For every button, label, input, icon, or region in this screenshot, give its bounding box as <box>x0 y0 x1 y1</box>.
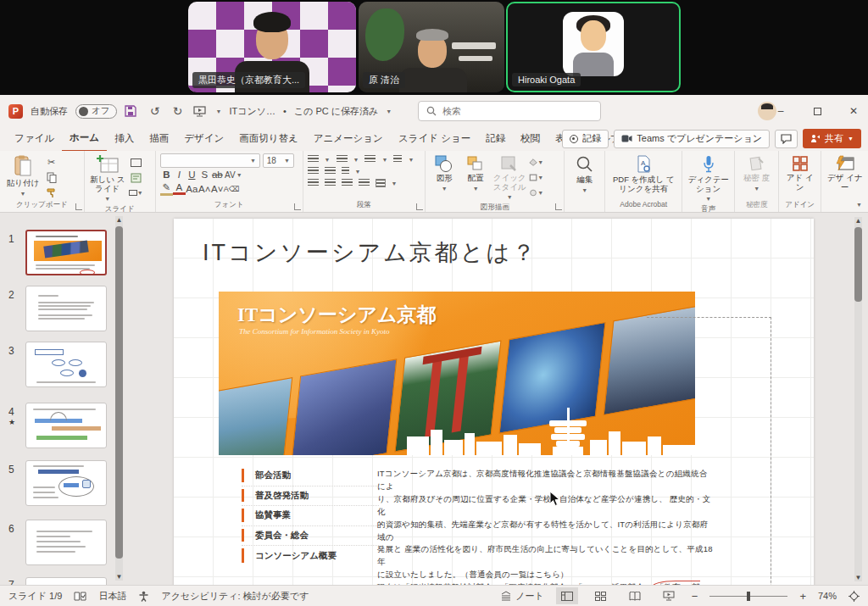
menu-item[interactable]: 部会活動 <box>242 466 379 486</box>
undo-icon[interactable]: ↺ <box>147 104 163 118</box>
restore-button[interactable] <box>803 95 832 127</box>
zoom-out-button[interactable]: − <box>692 590 698 603</box>
tab-slideshow[interactable]: スライド ショー <box>391 128 478 151</box>
slide-thumbnail-1[interactable] <box>25 230 107 275</box>
tab-review[interactable]: 校閲 <box>513 128 548 151</box>
teams-present-button[interactable]: Teams でプレゼンテーション <box>614 130 770 148</box>
doc-title-chevron-icon[interactable]: ▼ <box>386 108 392 114</box>
decrease-font-button[interactable]: A˅ <box>211 184 224 194</box>
slide-thumbnail-3[interactable] <box>25 342 107 387</box>
tab-animations[interactable]: アニメーション <box>306 128 391 151</box>
align-left-icon[interactable] <box>308 179 319 187</box>
paste-button[interactable]: 貼り付け▼ <box>4 153 42 198</box>
slide-canvas[interactable]: ITコンソーシアム京都とは？ ITコンソーシアム京都 The Consortiu… <box>174 219 814 585</box>
share-button[interactable]: 共有 ▼ <box>803 129 861 148</box>
tab-insert[interactable]: 挿入 <box>107 128 142 151</box>
slide-title[interactable]: ITコンソーシアム京都とは？ <box>203 237 537 268</box>
sensitivity-button[interactable]: 秘密 度▼ <box>739 153 774 193</box>
document-title[interactable]: ITコンソ… <box>229 105 275 118</box>
thumbnail-scrollbar[interactable]: ▲ ▼ <box>115 216 123 581</box>
tab-design[interactable]: デザイン <box>176 128 231 151</box>
autosave-toggle[interactable]: オフ <box>75 104 117 119</box>
convert-smartart-icon[interactable] <box>376 179 386 187</box>
accessibility-status[interactable]: アクセシビリティ: 検討が必要です <box>161 590 309 603</box>
slide-thumbnail-6[interactable] <box>25 520 107 565</box>
tab-draw[interactable]: 描画 <box>142 128 176 151</box>
paragraph-dialog-launcher[interactable] <box>416 203 423 210</box>
shape-effects-icon[interactable]: ▼ <box>529 186 543 199</box>
bullets-icon[interactable] <box>308 155 319 164</box>
font-name-select[interactable]: ▼ <box>160 153 260 168</box>
new-slide-button[interactable]: 新しい スライド▼ <box>89 153 126 204</box>
increase-font-button[interactable]: A˄ <box>198 184 211 194</box>
redo-icon[interactable]: ↻ <box>170 104 186 118</box>
slide-sorter-view-button[interactable] <box>590 587 612 604</box>
zoom-slider[interactable] <box>709 596 787 597</box>
copy-icon[interactable] <box>44 171 58 184</box>
strikethrough-button[interactable]: ab <box>211 170 224 180</box>
slide-thumbnail-5[interactable] <box>25 460 107 506</box>
character-spacing-button[interactable]: AV <box>224 170 236 180</box>
dictate-button[interactable]: ディクテー ション▼ <box>687 153 730 204</box>
cut-icon[interactable]: ✂ <box>44 156 58 169</box>
minimize-button[interactable]: – <box>766 95 795 127</box>
italic-button[interactable]: I <box>173 170 186 180</box>
highlight-color-button[interactable]: ✎ <box>160 181 173 196</box>
language-indicator[interactable]: 日本語 <box>98 590 126 603</box>
create-pdf-button[interactable]: A PDF を作成し てリンクを共有 <box>609 153 677 193</box>
quick-styles-button[interactable]: クイック スタイル▼ <box>492 153 526 203</box>
quick-access-chevron-icon[interactable]: ▼ <box>216 108 222 114</box>
font-dialog-launcher[interactable] <box>294 203 301 210</box>
slide-section-icon[interactable]: ▼ <box>129 186 143 199</box>
columns-icon[interactable] <box>342 167 349 175</box>
align-center-icon[interactable] <box>325 179 336 187</box>
editing-button[interactable]: 編集▼ <box>569 153 600 195</box>
search-input[interactable]: 検索 <box>418 101 601 121</box>
menu-item[interactable]: 協賛事業 <box>242 506 379 526</box>
fit-to-window-icon[interactable] <box>849 591 860 602</box>
save-icon[interactable] <box>125 105 140 117</box>
tab-home[interactable]: ホーム <box>62 127 107 152</box>
clipboard-dialog-launcher[interactable] <box>75 203 82 210</box>
increase-indent-icon[interactable] <box>325 167 336 175</box>
font-size-select[interactable]: 18▼ <box>263 153 294 168</box>
addins-button[interactable]: アド イン <box>783 153 816 192</box>
line-spacing-icon[interactable] <box>364 155 376 164</box>
zoom-level[interactable]: 74% <box>818 591 837 601</box>
reading-view-button[interactable] <box>624 587 646 604</box>
slide-body-text[interactable]: ITコンソーシアム京都は、京都高度情報化推進協議会と京都情報基盤協議会との組織統… <box>377 468 715 585</box>
tab-record[interactable]: 記録 <box>478 128 513 151</box>
designer-button[interactable]: デザ イナー <box>826 153 864 192</box>
slide-thumbnail-2[interactable] <box>25 286 107 331</box>
numbering-icon[interactable] <box>337 155 348 164</box>
reset-slide-icon[interactable] <box>129 171 143 184</box>
spellcheck-icon[interactable] <box>74 591 86 602</box>
consortium-banner-image[interactable]: ITコンソーシアム京都 The Consortium for Informati… <box>219 292 695 455</box>
shapes-button[interactable]: 図形▼ <box>430 153 459 193</box>
arrange-button[interactable]: 配置▼ <box>461 153 490 193</box>
zoom-in-button[interactable]: + <box>799 590 806 603</box>
notes-button[interactable]: ノート <box>500 590 544 603</box>
justify-icon[interactable] <box>359 179 370 187</box>
format-painter-icon[interactable] <box>44 186 58 199</box>
change-case-button[interactable]: Aa <box>186 184 198 194</box>
decrease-indent-icon[interactable] <box>308 167 319 175</box>
tab-file[interactable]: ファイル <box>7 128 62 151</box>
menu-item[interactable]: コンソーシアム概要 <box>242 546 379 566</box>
text-direction-icon[interactable] <box>393 155 402 164</box>
shape-fill-icon[interactable]: ▼ <box>529 156 543 169</box>
slide-layout-icon[interactable] <box>129 156 143 169</box>
document-save-status[interactable]: この PC に保存済み <box>294 105 378 118</box>
comments-button[interactable] <box>775 130 798 148</box>
text-shadow-button[interactable]: S <box>198 170 211 180</box>
zoom-slider-thumb[interactable] <box>747 592 750 601</box>
menu-item[interactable]: 普及啓発活動 <box>242 486 379 507</box>
tab-transitions[interactable]: 画面切り替え <box>231 128 306 151</box>
font-color-button[interactable]: A <box>173 182 186 195</box>
start-presentation-icon[interactable] <box>193 106 209 117</box>
normal-view-button[interactable] <box>556 587 578 604</box>
close-button[interactable]: ✕ <box>839 95 868 127</box>
participant-tile-hara[interactable]: 原 清治 <box>359 2 504 92</box>
drawing-dialog-launcher[interactable] <box>555 203 562 210</box>
shape-outline-icon[interactable]: ▼ <box>529 171 543 184</box>
